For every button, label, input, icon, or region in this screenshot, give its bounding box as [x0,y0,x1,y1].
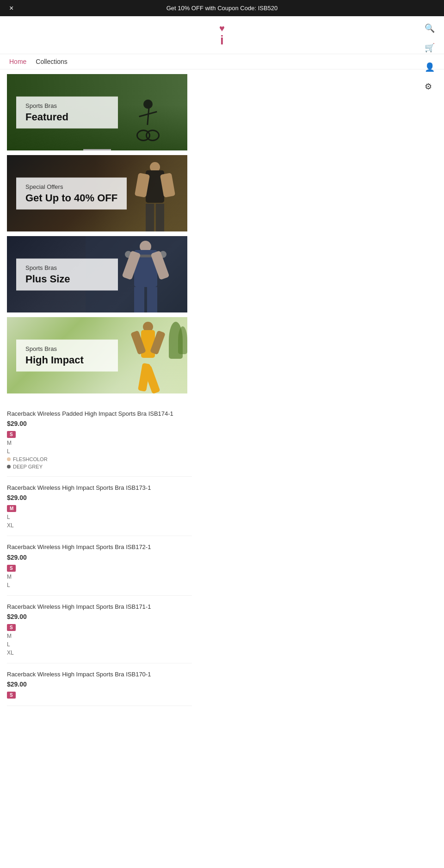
product-item: Racerback Wireless High Impact Sports Br… [7,477,192,536]
banner-featured-overlay: Sports Bras Featured [16,96,118,128]
size-options: M L XL [7,505,192,529]
banner-plus-size[interactable]: Sports Bras Plus Size [7,236,187,312]
user-icon[interactable]: 👤 [425,62,435,72]
nav-collections[interactable]: Collections [36,58,67,65]
size-options: S [7,692,192,699]
product-item: Racerback Wireless High Impact Sports Br… [7,536,192,595]
color-dot-grey [7,465,11,468]
size-badge-s[interactable]: S [7,692,16,699]
size-text-l[interactable]: L [7,514,192,520]
color-deep-grey: DEEP GREY [7,464,192,469]
size-text-m[interactable]: M [7,633,192,639]
main-content: Sports Bras Featured Special Offers Get … [0,69,444,715]
banner-high-impact[interactable]: Sports Bras High Impact [7,317,187,393]
navigation: Home Collections [0,54,444,69]
size-text-m[interactable]: M [7,440,192,446]
banner-featured[interactable]: Sports Bras Featured [7,74,187,150]
size-badge-s[interactable]: S [7,431,16,438]
banner-special-offers[interactable]: Special Offers Get Up to 40% OFF [7,155,187,231]
logo-heart-icon: ♥ [219,23,225,34]
size-text-l[interactable]: L [7,448,192,455]
banner-high-impact-overlay: Sports Bras High Impact [16,339,118,371]
color-fleshcolor: FLESHCOLOR [7,456,192,462]
product-price: $29.00 [7,613,192,620]
size-options: S M L XL [7,624,192,656]
size-text-l[interactable]: L [7,582,192,588]
announcement-bar: × Get 10% OFF with Coupon Code: ISB520 [0,0,444,16]
size-text-xl[interactable]: XL [7,522,192,529]
banner-featured-title: Featured [25,111,109,123]
product-name: Racerback Wireless High Impact Sports Br… [7,484,192,492]
banner-column: Sports Bras Featured Special Offers Get … [7,74,192,711]
color-label-grey: DEEP GREY [13,464,43,469]
product-price: $29.00 [7,420,192,427]
settings-icon[interactable]: ⚙ [425,81,435,92]
product-name: Racerback Wireless High Impact Sports Br… [7,670,192,679]
size-text-xl[interactable]: XL [7,649,192,656]
header-icons: 🔍 🛒 👤 ⚙ [425,16,435,99]
banner-high-impact-subtitle: Sports Bras [25,345,109,352]
size-options: S M L FLESHCOLOR DEEP GREY [7,431,192,469]
banner-featured-subtitle: Sports Bras [25,102,109,109]
close-announcement-button[interactable]: × [9,4,13,12]
logo[interactable]: ♥ i [219,23,225,47]
banner-special-title: Get Up to 40% OFF [25,192,117,204]
banner-special-overlay: Special Offers Get Up to 40% OFF [16,177,127,209]
size-badge-s[interactable]: S [7,624,16,631]
banner-plus-title: Plus Size [25,273,109,285]
banner-plus-subtitle: Sports Bras [25,264,109,271]
size-badge-s[interactable]: S [7,565,16,572]
product-price: $29.00 [7,554,192,561]
size-options: S M L [7,565,192,588]
size-text-m[interactable]: M [7,574,192,580]
search-icon[interactable]: 🔍 [425,23,435,33]
right-column [192,74,437,711]
logo-letter: i [220,34,224,47]
color-dot-flesh [7,457,11,461]
product-item: Racerback Wireless High Impact Sports Br… [7,596,192,663]
product-name: Racerback Wireless Padded High Impact Sp… [7,410,192,418]
product-item: Racerback Wireless Padded High Impact Sp… [7,403,192,477]
nav-home[interactable]: Home [9,58,26,65]
banner-high-impact-title: High Impact [25,354,109,366]
color-label-flesh: FLESHCOLOR [13,456,48,462]
announcement-text: Get 10% OFF with Coupon Code: ISB520 [166,5,278,12]
product-name: Racerback Wireless High Impact Sports Br… [7,543,192,551]
cart-icon[interactable]: 🛒 [425,43,435,53]
product-price: $29.00 [7,681,192,688]
banner-plus-overlay: Sports Bras Plus Size [16,258,118,290]
product-item: Racerback Wireless High Impact Sports Br… [7,663,192,706]
size-text-l[interactable]: L [7,641,192,648]
header: ♥ i 🔍 🛒 👤 ⚙ [0,16,444,54]
product-name: Racerback Wireless High Impact Sports Br… [7,603,192,611]
size-badge-m[interactable]: M [7,505,16,512]
banner-special-subtitle: Special Offers [25,183,117,190]
product-list: Racerback Wireless Padded High Impact Sp… [7,398,192,711]
product-price: $29.00 [7,494,192,501]
